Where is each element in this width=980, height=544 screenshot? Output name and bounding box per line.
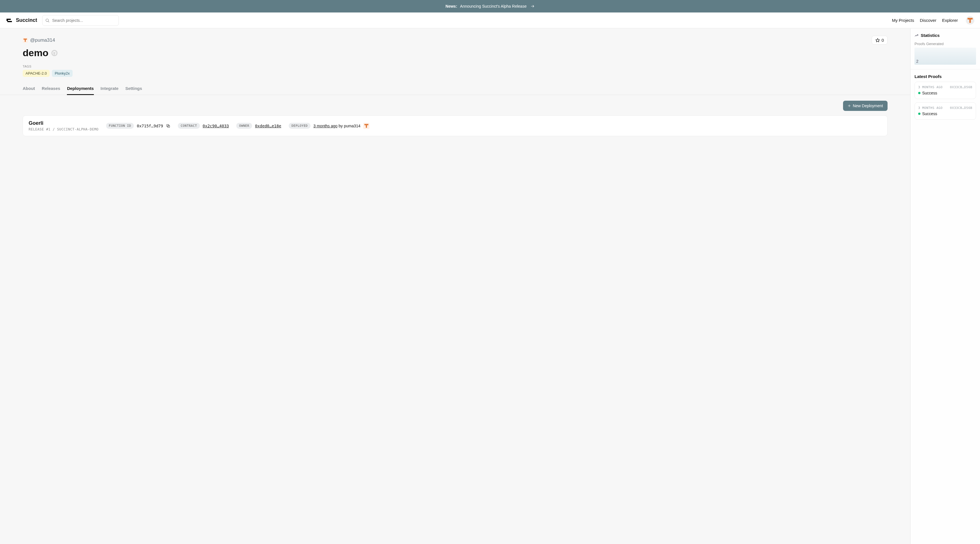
user-avatar[interactable] <box>966 16 974 25</box>
search-wrap <box>42 15 119 26</box>
plus-icon <box>848 104 851 108</box>
search-icon <box>45 18 49 23</box>
nav-discover[interactable]: Discover <box>920 18 936 23</box>
proof-status-text: Success <box>922 91 937 95</box>
deployment-network: Goerli <box>29 120 99 126</box>
announcement-banner[interactable]: News: Announcing Succinct's Alpha Releas… <box>0 0 980 13</box>
stats-title: Statistics <box>921 33 940 38</box>
deployer-avatar <box>363 123 369 129</box>
proof-hash: 0x33cb…d56b <box>950 85 972 89</box>
proof-hash: 0x33cb…d56b <box>950 106 972 110</box>
brand-home-link[interactable]: Succinct <box>6 17 37 23</box>
nav-my-projects[interactable]: My Projects <box>892 18 914 23</box>
avatar-glyph-icon <box>967 18 973 23</box>
tags-row: APACHE-2.0 Plonky2x <box>23 70 888 77</box>
deployed-time-link[interactable]: 3 months ago <box>313 124 337 128</box>
owner-handle-link[interactable]: @puma314 <box>30 37 55 43</box>
star-count: 0 <box>881 38 884 43</box>
search-input[interactable] <box>42 15 119 26</box>
svg-line-2 <box>48 21 49 22</box>
by-user: puma314 <box>344 124 360 128</box>
star-button[interactable]: 0 <box>872 36 888 45</box>
trend-icon <box>915 33 918 37</box>
proof-card[interactable]: 3 MONTHS AGO 0x33cb…d56b Success <box>915 102 976 120</box>
proof-age: 3 MONTHS AGO <box>918 85 943 89</box>
news-headline: Announcing Succinct's Alpha Release <box>460 4 527 8</box>
tab-integrate[interactable]: Integrate <box>101 83 119 95</box>
nav-links: My Projects Discover Explorer <box>892 16 974 25</box>
tag-framework[interactable]: Plonky2x <box>52 70 73 77</box>
proofs-generated-count: 2 <box>916 59 918 64</box>
owner-avatar <box>23 38 28 43</box>
latest-proofs-title: Latest Proofs <box>915 74 976 79</box>
contract-link[interactable]: 0x2c90…4033 <box>203 124 229 128</box>
function-id-value: 0x715f…9d79 <box>137 124 163 128</box>
status-dot-icon <box>918 92 920 94</box>
new-deployment-button[interactable]: New Deployment <box>843 101 888 111</box>
brand-logo-icon <box>6 17 14 23</box>
brand-name: Succinct <box>16 17 37 23</box>
star-icon <box>875 38 880 43</box>
top-nav: Succinct My Projects Discover Explorer <box>0 13 980 29</box>
tag-license[interactable]: APACHE-2.0 <box>23 70 49 77</box>
stats-sidebar: Statistics Proofs Generated 2 Latest Pro… <box>910 29 980 544</box>
news-label: News: <box>445 4 457 8</box>
tags-label: TAGS <box>23 65 888 68</box>
tab-deployments[interactable]: Deployments <box>67 83 94 95</box>
new-deployment-label: New Deployment <box>853 103 883 108</box>
github-link[interactable] <box>51 50 57 56</box>
deployed-label: DEPLOYED <box>289 123 310 129</box>
project-title: demo <box>23 48 48 59</box>
proofs-generated-label: Proofs Generated <box>915 42 976 46</box>
tab-settings[interactable]: Settings <box>125 83 142 95</box>
deployment-card[interactable]: Goerli RELEASE #1 / SUCCINCT-ALPHA-DEMO … <box>23 115 888 136</box>
project-header: @puma314 0 demo TAGS APACHE-2.0 Plonky2 <box>0 29 910 77</box>
svg-marker-3 <box>876 38 879 42</box>
contract-label: CONTRACT <box>178 123 200 129</box>
project-tabs: About Releases Deployments Integrate Set… <box>0 83 910 95</box>
status-dot-icon <box>918 113 920 115</box>
svg-point-1 <box>46 19 48 21</box>
proof-status-text: Success <box>922 111 937 116</box>
proof-age: 3 MONTHS AGO <box>918 106 943 110</box>
proofs-generated-chart: 2 <box>915 48 976 65</box>
proof-card[interactable]: 3 MONTHS AGO 0x33cb…d56b Success <box>915 82 976 99</box>
copy-icon[interactable] <box>166 124 170 128</box>
tab-releases[interactable]: Releases <box>42 83 60 95</box>
owner-label: OWNER <box>236 123 252 129</box>
arrow-right-icon <box>531 4 535 8</box>
by-text: by <box>339 124 343 128</box>
deployment-release-line: RELEASE #1 / SUCCINCT-ALPHA-DEMO <box>29 127 99 131</box>
owner-link[interactable]: 0xded0…e18e <box>255 124 281 128</box>
tab-about[interactable]: About <box>23 83 35 95</box>
github-icon <box>52 51 56 55</box>
function-id-label: FUNCTION ID <box>106 123 134 129</box>
nav-explorer[interactable]: Explorer <box>942 18 958 23</box>
